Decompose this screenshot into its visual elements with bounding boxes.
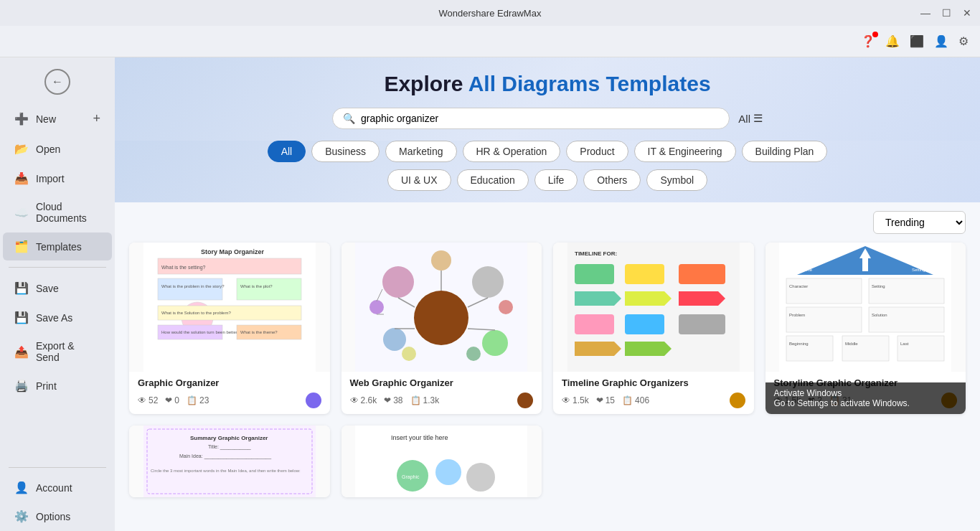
svg-rect-37 — [679, 264, 725, 284]
help-icon[interactable]: ❓ — [861, 34, 875, 48]
filter-marketing[interactable]: Marketing — [385, 141, 456, 162]
user-icon[interactable]: 👤 — [934, 34, 948, 48]
svg-point-76 — [466, 463, 495, 492]
template-card-bubble[interactable]: Insert your title here Graphic — [341, 426, 542, 497]
toolbar: ❓ 🔔 ⬛ 👤 ⚙ — [0, 26, 980, 57]
filter-all[interactable]: All — [268, 141, 306, 162]
filter-it[interactable]: IT & Engineering — [634, 141, 736, 162]
sidebar-divider — [9, 267, 106, 268]
sidebar-item-templates[interactable]: 🗂️ Templates — [3, 232, 112, 260]
template-card-graphic-organizer[interactable]: Story Map Organizer What is the setting?… — [129, 243, 330, 414]
card-stats-web: 👁 2.6k ❤ 38 📋 1.3k — [350, 393, 534, 408]
likes-count: 15 — [606, 395, 615, 405]
sidebar-item-save[interactable]: 💾 Save — [3, 274, 112, 302]
search-input[interactable] — [361, 113, 719, 124]
sidebar-label-account: Account — [36, 482, 72, 494]
svg-marker-45 — [625, 342, 672, 356]
svg-rect-64 — [897, 336, 944, 361]
svg-marker-38 — [575, 291, 621, 306]
likes-stat: ❤ 0 — [165, 395, 179, 405]
search-box[interactable]: 🔍 — [332, 108, 730, 129]
filter-symbol[interactable]: Symbol — [646, 169, 707, 191]
sidebar-item-export[interactable]: 📤 Export & Send — [3, 333, 112, 370]
grid-icon[interactable]: ⬛ — [910, 34, 924, 48]
svg-point-22 — [369, 300, 384, 314]
sidebar-item-print[interactable]: 🖨️ Print — [3, 372, 112, 400]
template-card-web-graphic-organizer[interactable]: Web Graphic Organizer 👁 2.6k ❤ 38 — [341, 243, 542, 414]
svg-rect-41 — [575, 314, 614, 334]
template-card-storyline[interactable]: Name Setting Character Setting Problem S… — [765, 243, 966, 414]
avatar — [517, 393, 533, 408]
card-title-web-graphic-organizer: Web Graphic Organizer — [350, 377, 534, 388]
card-info-web-graphic-organizer: Web Graphic Organizer 👁 2.6k ❤ 38 — [341, 372, 542, 414]
sidebar-label-saveas: Save As — [36, 312, 72, 324]
filter-product[interactable]: Product — [566, 141, 628, 162]
maximize-button[interactable]: ☐ — [942, 7, 951, 19]
eye-icon: 👁 — [138, 395, 146, 405]
close-button[interactable]: ✕ — [963, 7, 971, 19]
svg-rect-60 — [786, 336, 833, 361]
minimize-button[interactable]: — — [920, 7, 930, 19]
filter-building[interactable]: Building Plan — [742, 141, 828, 162]
cloud-icon: ☁️ — [14, 206, 29, 220]
all-label: All — [738, 113, 750, 125]
settings-icon[interactable]: ⚙ — [958, 34, 969, 48]
card-info-timeline: Timeline Graphic Organizers 👁 1.5k ❤ 15 — [553, 372, 754, 414]
sidebar-item-new[interactable]: ➕ New + — [3, 104, 112, 133]
account-icon: 👤 — [14, 481, 29, 494]
svg-text:What is the problem in the sto: What is the problem in the story? — [161, 284, 225, 288]
notification-icon[interactable]: 🔔 — [885, 34, 900, 48]
filter-uiux[interactable]: UI & UX — [387, 169, 451, 191]
sidebar-label-options: Options — [36, 511, 70, 522]
svg-text:What is the Solution to the pr: What is the Solution to the problem? — [161, 311, 231, 315]
svg-text:TIMELINE FOR:: TIMELINE FOR: — [575, 250, 617, 257]
avatar — [306, 393, 321, 408]
sidebar-item-account[interactable]: 👤 Account — [3, 474, 112, 502]
sidebar-label-open: Open — [36, 144, 60, 155]
svg-text:Title: ___________: Title: ___________ — [208, 444, 251, 450]
svg-text:Problem: Problem — [789, 313, 805, 317]
filter-others[interactable]: Others — [583, 169, 641, 191]
search-icon: 🔍 — [343, 113, 355, 124]
new-icon: ➕ — [14, 112, 29, 126]
likes-stat: ❤ 15 — [596, 395, 615, 405]
card-preview-graphic-organizer: Story Map Organizer What is the setting?… — [129, 243, 330, 372]
views-stat: 👁 1.5k — [562, 395, 589, 405]
window-controls[interactable]: — ☐ ✕ — [920, 7, 971, 19]
back-button[interactable]: ← — [42, 66, 73, 98]
all-filter-button[interactable]: All ☰ — [738, 112, 763, 125]
explore-title: Explore All Diagrams Templates — [384, 72, 710, 96]
sort-select[interactable]: Trending Newest Most Popular — [873, 211, 966, 234]
card-preview-web-graphic-organizer — [341, 243, 542, 372]
svg-text:Main Idea: ___________________: Main Idea: ________________________ — [179, 454, 271, 459]
template-card-summary[interactable]: Summary Graphic Organizer Title: _______… — [129, 426, 330, 497]
sidebar-item-options[interactable]: ⚙️ Options — [3, 502, 112, 530]
template-grid: Story Map Organizer What is the setting?… — [129, 243, 966, 497]
copies-stat: 📋 406 — [622, 395, 649, 405]
filter-life[interactable]: Life — [534, 169, 578, 191]
svg-point-21 — [431, 250, 451, 271]
sidebar-item-cloud[interactable]: ☁️ Cloud Documents — [3, 194, 112, 231]
sidebar-item-import[interactable]: 📥 Import — [3, 164, 112, 192]
views-count: 2.6k — [361, 395, 377, 405]
copy-icon: 📋 — [622, 395, 633, 405]
filter-row-1: All Business Marketing HR & Operation Pr… — [268, 141, 828, 162]
content-area: Explore All Diagrams Templates 🔍 All ☰ A… — [115, 57, 980, 531]
export-icon: 📤 — [14, 345, 29, 359]
explore-plain: Explore — [384, 72, 468, 95]
sidebar-bottom: 👤 Account ⚙️ Options — [0, 461, 115, 531]
svg-text:What is the plot?: What is the plot? — [240, 284, 273, 288]
copies-stat: 📋 23 — [187, 395, 209, 405]
svg-marker-39 — [625, 291, 672, 306]
templates-area: Trending Newest Most Popular Story Map O… — [115, 202, 980, 531]
sidebar-item-saveas[interactable]: 💾 Save As — [3, 304, 112, 332]
templates-icon: 🗂️ — [14, 240, 29, 253]
sidebar: ← ➕ New + 📂 Open 📥 Import ☁️ Cloud Docum… — [0, 57, 115, 531]
sidebar-item-open[interactable]: 📂 Open — [3, 135, 112, 163]
eye-icon: 👁 — [350, 395, 359, 405]
filter-education[interactable]: Education — [457, 169, 529, 191]
filter-business[interactable]: Business — [311, 141, 380, 162]
sidebar-label-save: Save — [36, 283, 59, 294]
filter-hr[interactable]: HR & Operation — [463, 141, 561, 162]
template-card-timeline[interactable]: TIMELINE FOR: — [553, 243, 754, 414]
